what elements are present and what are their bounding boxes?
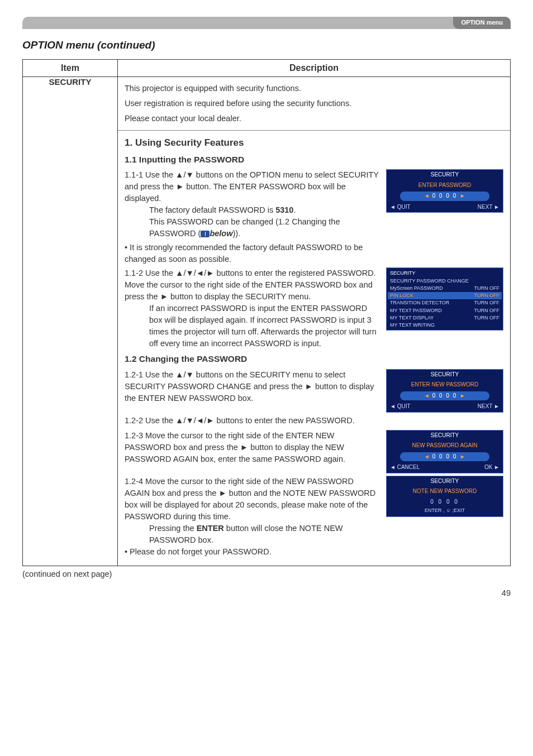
default-password: 5310 — [275, 205, 293, 214]
step-1-2-4: 1.2-4 Move the cursor to the right side … — [125, 476, 503, 558]
osd-subtitle: NEW PASSWORD AGAIN — [387, 441, 503, 451]
osd-password-box: ◄ 0 0 0 0 ► — [400, 391, 489, 401]
osd-title: SECURITY — [387, 370, 503, 380]
step-num: 1.2-2 — [125, 416, 143, 425]
step-text: Use the ▲/▼/◄/► buttons to enter the new… — [145, 416, 355, 425]
description-cell: This projector is equipped with security… — [118, 77, 511, 566]
osd-title: SECURITY — [387, 430, 503, 441]
osd-quit: ◄ QUIT — [390, 203, 411, 212]
osd-enter-password: SECURITY ENTER PASSWORD ◄ 0 0 0 0 ► ◄ QU… — [386, 169, 503, 213]
item-cell-security: SECURITY — [23, 77, 118, 566]
step-text: Move the cursor to the right side of the… — [125, 477, 375, 521]
divider — [118, 130, 510, 131]
option-table: Item Description SECURITY This projector… — [22, 59, 511, 566]
osd-quit: ◄ QUIT — [390, 403, 411, 411]
intro-l2: User registration is required before usi… — [125, 98, 503, 109]
step-1-1-1: 1.1-1 Use the ▲/▼ buttons on the OPTION … — [125, 169, 503, 265]
osd-menu-row: MY TEXT PASSWORDTURN OFF — [388, 307, 502, 314]
book-icon — [201, 231, 210, 237]
intro-l3: Please contact your local dealer. — [125, 113, 503, 125]
step-text: Pressing the — [149, 524, 197, 533]
osd-exit: ENTER , ☺ ;EXIT — [387, 507, 503, 514]
osd-title: SECURITY — [387, 170, 503, 180]
osd-next: NEXT ► — [478, 203, 499, 212]
step-text: )). — [232, 229, 240, 238]
step-text: Use the ▲/▼ buttons on the SECURITY menu… — [125, 370, 374, 403]
osd-subtitle: NOTE NEW PASSWORD — [387, 486, 503, 497]
step-text: Use the ▲/▼/◄/► buttons to enter the reg… — [125, 269, 376, 301]
step-text: Move the cursor to the right side of the… — [125, 431, 345, 463]
osd-menu-row: MY TEXT DISPLAYTURN OFF — [388, 314, 502, 322]
osd-password-box: ◄ 0 0 0 0 ► — [400, 452, 489, 462]
osd-menu-row: MyScreen PASSWORDTURN OFF — [388, 285, 502, 292]
page-number: 49 — [22, 588, 511, 597]
step-num: 1.1-1 — [125, 170, 143, 179]
osd-security-menu: SECURITY SECURITY PASSWORD CHANGEMyScree… — [386, 267, 503, 330]
step-num: 1.2-3 — [125, 431, 143, 440]
step-1-2-2: 1.2-2 Use the ▲/▼/◄/► buttons to enter t… — [125, 415, 503, 427]
intro-l1: This projector is equipped with security… — [125, 83, 503, 94]
osd-title: SECURITY — [387, 476, 503, 487]
step-text: . — [293, 205, 296, 214]
below-ref: below — [210, 229, 232, 238]
osd-ok: OK ► — [484, 463, 499, 472]
osd-subtitle: ENTER PASSWORD — [387, 180, 503, 191]
step-text: Use the ▲/▼ buttons on the OPTION menu t… — [125, 170, 379, 203]
step-text: The factory default PASSWORD is — [149, 205, 275, 214]
osd-subtitle: ENTER NEW PASSWORD — [387, 380, 503, 390]
heading-inputting-password: 1.1 Inputting the PASSWORD — [125, 154, 503, 166]
osd-cancel: ◄ CANCEL — [390, 463, 420, 472]
th-description: Description — [118, 60, 511, 77]
step-num: 1.2-1 — [125, 370, 143, 379]
enter-button-label: ENTER — [197, 524, 224, 533]
osd-note-new-password: SECURITY NOTE NEW PASSWORD 0 0 0 0 ENTER… — [386, 476, 503, 518]
osd-code: 0 0 0 0 — [387, 497, 503, 508]
osd-next: NEXT ► — [478, 403, 499, 411]
osd-menu-row: TRANSITION DETECTORTURN OFF — [388, 299, 502, 307]
continued-note: (continued on next page) — [22, 570, 511, 578]
heading-using-security: 1. Using Security Features — [125, 136, 503, 150]
step-text: This PASSWORD can be changed (1.2 Changi… — [149, 217, 340, 238]
osd-new-password-again: SECURITY NEW PASSWORD AGAIN ◄ 0 0 0 0 ► … — [386, 430, 503, 473]
page-header-bar: OPTION menu — [22, 17, 511, 29]
step-1-2-1: 1.2-1 Use the ▲/▼ buttons on the SECURIT… — [125, 369, 503, 413]
osd-menu-row: PIN LOCKTURN OFF — [388, 292, 502, 299]
section-title: OPTION menu (continued) — [22, 39, 511, 51]
step-num: 1.2-4 — [125, 477, 143, 486]
step-1-2-3: 1.2-3 Move the cursor to the right side … — [125, 430, 503, 473]
osd-password-box: ◄ 0 0 0 0 ► — [400, 192, 489, 201]
heading-changing-password: 1.2 Changing the PASSWORD — [125, 353, 503, 365]
th-item: Item — [23, 60, 118, 77]
step-text: If an incorrect PASSWORD is input the EN… — [125, 303, 380, 350]
osd-menu-title: SECURITY — [388, 269, 502, 277]
step-bullet: • Please do not forget your PASSWORD. — [125, 546, 380, 558]
osd-menu-row: MY TEXT WRITING — [388, 322, 502, 329]
step-bullet: • It is strongly recommended the factory… — [125, 242, 380, 265]
step-1-1-2: 1.1-2 Use the ▲/▼/◄/► buttons to enter t… — [125, 267, 503, 350]
osd-menu-row: SECURITY PASSWORD CHANGE — [388, 277, 502, 285]
header-tab: OPTION menu — [453, 17, 511, 29]
step-num: 1.1-2 — [125, 269, 143, 277]
osd-enter-new-password: SECURITY ENTER NEW PASSWORD ◄ 0 0 0 0 ► … — [386, 369, 503, 413]
